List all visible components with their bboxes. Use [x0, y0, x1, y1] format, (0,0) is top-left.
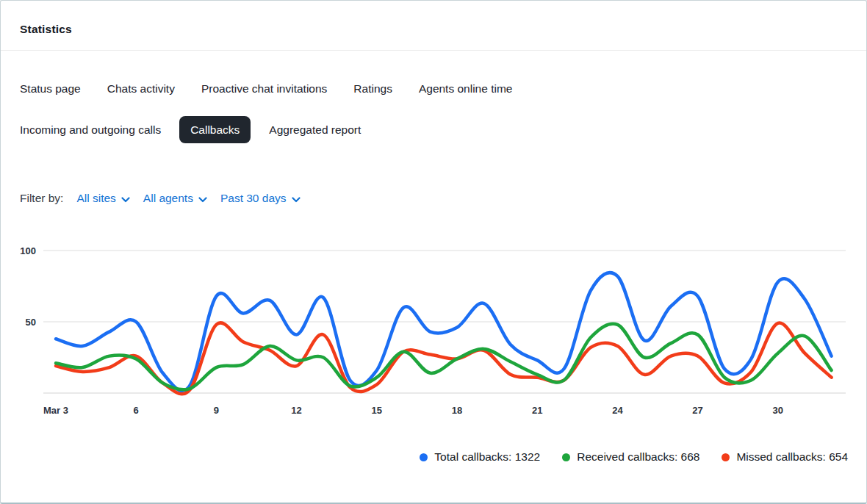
filter-dropdown-past-30-days[interactable]: Past 30 days — [220, 192, 301, 205]
filter-dropdown-label: All sites — [76, 192, 115, 205]
callbacks-chart-area: 50100Mar 36912151821242730 — [1, 234, 866, 418]
x-axis-label-6: 6 — [134, 405, 139, 416]
legend-item-total-callbacks: Total callbacks: 1322 — [420, 450, 540, 464]
y-axis-label-100: 100 — [20, 245, 36, 256]
statistics-tabs: Status pageChats activityProactive chat … — [20, 82, 847, 143]
x-axis-label-30: 30 — [773, 405, 783, 416]
x-axis-label-21: 21 — [532, 405, 542, 416]
legend-dot-missed-callbacks — [722, 453, 730, 461]
x-axis-label-27: 27 — [692, 405, 702, 416]
tab-chats-activity[interactable]: Chats activity — [107, 82, 175, 96]
filter-dropdown-label: Past 30 days — [220, 192, 287, 205]
x-axis-label-24: 24 — [612, 405, 623, 416]
x-axis-label-mar-3: Mar 3 — [43, 405, 68, 416]
x-axis-label-12: 12 — [291, 405, 301, 416]
legend-label: Received callbacks: 668 — [577, 450, 699, 464]
chevron-down-icon — [121, 197, 130, 203]
chart-legend: Total callbacks: 1322Received callbacks:… — [1, 450, 866, 464]
page-title: Statistics — [20, 23, 866, 36]
legend-item-missed-callbacks: Missed callbacks: 654 — [722, 450, 848, 464]
tabs-row-2: Incoming and outgoing callsCallbacksAggr… — [20, 116, 847, 143]
page-header: Statistics — [1, 1, 866, 51]
x-axis-label-9: 9 — [214, 405, 219, 416]
callbacks-line-chart: 50100Mar 36912151821242730 — [1, 234, 866, 418]
filter-dropdown-all-agents[interactable]: All agents — [143, 192, 207, 205]
tab-aggregated-report[interactable]: Aggregated report — [269, 123, 361, 137]
legend-label: Missed callbacks: 654 — [736, 450, 848, 464]
tabs-row-1: Status pageChats activityProactive chat … — [20, 82, 847, 96]
tab-ratings[interactable]: Ratings — [353, 82, 392, 96]
legend-label: Total callbacks: 1322 — [434, 450, 540, 464]
filter-dropdown-all-sites[interactable]: All sites — [76, 192, 129, 205]
legend-item-received-callbacks: Received callbacks: 668 — [562, 450, 699, 464]
tab-status-page[interactable]: Status page — [20, 82, 81, 96]
tab-callbacks[interactable]: Callbacks — [179, 116, 251, 143]
statistics-panel: Statistics Status pageChats activityProa… — [0, 0, 867, 504]
chevron-down-icon — [292, 197, 301, 203]
y-axis-label-50: 50 — [26, 317, 36, 328]
legend-dot-total-callbacks — [420, 453, 428, 461]
filter-bar: Filter by: All sitesAll agentsPast 30 da… — [20, 192, 847, 205]
tab-incoming-and-outgoing-calls[interactable]: Incoming and outgoing calls — [20, 123, 161, 137]
chevron-down-icon — [198, 197, 207, 203]
x-axis-label-18: 18 — [452, 405, 462, 416]
tab-agents-online-time[interactable]: Agents online time — [419, 82, 513, 96]
filter-dropdown-label: All agents — [143, 192, 193, 205]
tab-proactive-chat-invitations[interactable]: Proactive chat invitations — [201, 82, 327, 96]
x-axis-label-15: 15 — [372, 405, 382, 416]
filter-by-label: Filter by: — [20, 192, 63, 205]
legend-dot-received-callbacks — [562, 453, 570, 461]
